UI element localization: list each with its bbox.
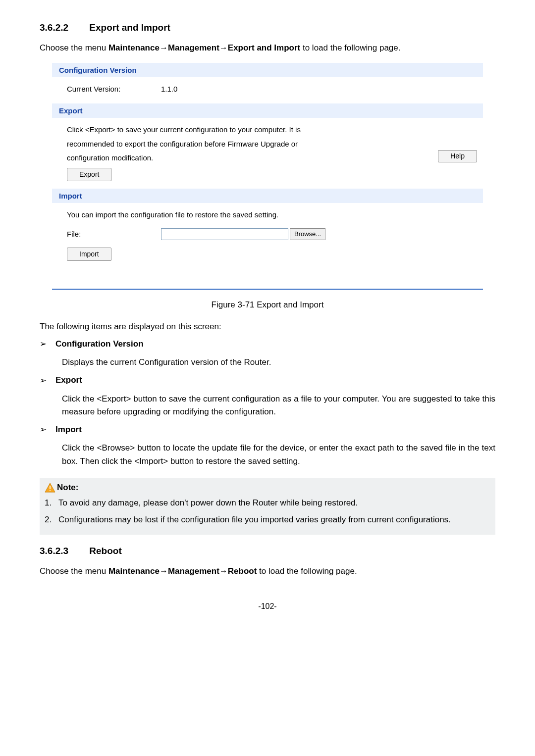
export-desc-line: configuration modification. bbox=[67, 151, 468, 165]
section-heading: 3.6.2.2 Export and Import bbox=[40, 22, 495, 33]
file-path-input[interactable] bbox=[161, 228, 288, 240]
note-item: 1.To avoid any damage, please don't powe… bbox=[45, 497, 490, 509]
section-number: 3.6.2.2 bbox=[40, 22, 87, 33]
bullet-heading: ➢ Configuration Version bbox=[40, 339, 495, 349]
section-intro: Choose the menu Maintenance→Management→R… bbox=[40, 565, 495, 578]
bullet-title: Import bbox=[55, 425, 82, 435]
section-intro: Choose the menu Maintenance→Management→E… bbox=[40, 42, 495, 54]
note-item: 2.Configurations may be lost if the conf… bbox=[45, 513, 490, 526]
current-version-label: Current Version: bbox=[67, 82, 161, 97]
page-number: -102- bbox=[40, 602, 495, 611]
section-title: Export and Import bbox=[89, 22, 170, 33]
export-button[interactable]: Export bbox=[67, 168, 111, 181]
file-label: File: bbox=[67, 227, 161, 242]
item-list: ➢ Configuration Version Displays the cur… bbox=[40, 339, 495, 468]
arrow-icon: ➢ bbox=[40, 339, 47, 349]
arrow-icon: ➢ bbox=[40, 375, 47, 386]
help-button[interactable]: Help bbox=[438, 150, 477, 162]
bullet-body: Displays the current Configuration versi… bbox=[62, 356, 495, 369]
svg-rect-1 bbox=[50, 486, 51, 489]
panel-divider bbox=[52, 289, 483, 290]
bullet-heading: ➢ Import bbox=[40, 424, 495, 435]
figure-caption: Figure 3-71 Export and Import bbox=[40, 300, 495, 310]
bullet-body: Click the <Browse> button to locate the … bbox=[62, 442, 495, 468]
export-desc-line: recommended to export the configuration … bbox=[67, 137, 468, 151]
config-version-header: Configuration Version bbox=[52, 63, 483, 77]
note-box: Note: 1.To avoid any damage, please don'… bbox=[40, 478, 495, 535]
items-intro: The following items are displayed on thi… bbox=[40, 321, 495, 333]
bullet-body: Click the <Export> button to save the cu… bbox=[62, 393, 495, 419]
config-panel: Configuration Version Current Version: 1… bbox=[40, 60, 495, 279]
bullet-heading: ➢ Export bbox=[40, 375, 495, 386]
svg-rect-2 bbox=[50, 490, 51, 491]
section-title: Reboot bbox=[89, 546, 121, 556]
section-number: 3.6.2.3 bbox=[40, 546, 87, 556]
arrow-icon: ➢ bbox=[40, 424, 47, 435]
export-header: Export bbox=[52, 103, 483, 118]
note-title-text: Note: bbox=[57, 483, 78, 493]
import-header: Import bbox=[52, 189, 483, 203]
import-desc-line: You can import the configuration file to… bbox=[67, 208, 468, 222]
import-button[interactable]: Import bbox=[67, 248, 111, 261]
warning-icon bbox=[45, 483, 55, 493]
current-version-value: 1.1.0 bbox=[161, 82, 177, 97]
bullet-title: Configuration Version bbox=[55, 339, 144, 349]
browse-button[interactable]: Browse... bbox=[290, 228, 325, 240]
export-desc-line: Click <Export> to save your current conf… bbox=[67, 123, 468, 137]
bullet-title: Export bbox=[55, 375, 82, 385]
section-heading: 3.6.2.3 Reboot bbox=[40, 546, 495, 556]
